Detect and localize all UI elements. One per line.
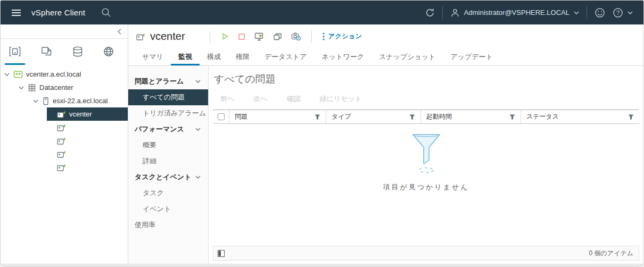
select-all-checkbox[interactable]: [218, 113, 225, 120]
tab-スナップショット[interactable]: スナップショット: [371, 48, 443, 65]
content-row: 問題とアラームすべての問題トリガ済みアラームパフォーマンス概要詳細タスクとイベン…: [128, 66, 643, 264]
networking-icon: [103, 46, 114, 57]
tree-item-label: vcenter: [69, 110, 92, 118]
column-manager-button[interactable]: [218, 250, 225, 257]
tree-item-esxi-22.a.ecl.local[interactable]: esxi-22.a.ecl.local: [32, 94, 128, 107]
monitor-nav-section-タスクとイベント[interactable]: タスクとイベント: [128, 169, 208, 185]
collapse-sidebar-button[interactable]: [118, 29, 121, 35]
monitor-nav-section-問題とアラーム[interactable]: 問題とアラーム: [128, 73, 208, 89]
toolbar-button-確認[interactable]: 確認: [287, 94, 301, 104]
shutdown-guest-button[interactable]: [238, 33, 245, 40]
tab-権限[interactable]: 権限: [228, 48, 257, 65]
vsphere-client-window: vSphere Client Administrator@VSPHERE.LOC…: [0, 0, 644, 267]
top-bar: vSphere Client Administrator@VSPHERE.LOC…: [1, 1, 643, 24]
tab-サマリ[interactable]: サマリ: [135, 48, 171, 65]
tab-アップデート[interactable]: アップデート: [443, 48, 500, 65]
grid-header-row: 問題タイプ起動時間ステータス: [213, 110, 639, 124]
tree-item[interactable]: [47, 147, 128, 161]
object-tab-networking[interactable]: [99, 45, 118, 65]
sidebar-collapse-row: [1, 24, 128, 39]
open-console-button[interactable]: [254, 32, 264, 41]
column-header-label: タイプ: [332, 112, 351, 121]
column-header-タイプ[interactable]: タイプ: [326, 110, 420, 123]
main-area: vcenter アクション サマリ監視構成権限データストアネットワークスナップシ…: [128, 24, 643, 264]
tree-item-Datacenter[interactable]: Datacenter: [18, 81, 128, 94]
main-menu-button[interactable]: [1, 9, 31, 16]
vm-icon: [56, 123, 66, 132]
column-header-問題[interactable]: 問題: [229, 110, 326, 123]
monitor-nav-item-トリガ済みアラーム[interactable]: トリガ済みアラーム: [128, 105, 208, 121]
search-button[interactable]: [101, 7, 111, 18]
monitor-nav: 問題とアラームすべての問題トリガ済みアラームパフォーマンス概要詳細タスクとイベン…: [128, 66, 209, 264]
kebab-icon: [323, 32, 325, 40]
monitor-nav-item-使用率[interactable]: 使用率: [128, 217, 208, 233]
app-body: vcenter.a.ecl.localDatacenteresxi-22.a.e…: [1, 24, 643, 264]
issues-grid: 問題タイプ起動時間ステータス 項目が見つかりません 0 個のアイテム: [213, 110, 639, 261]
tree-item[interactable]: [47, 161, 128, 174]
chevron-down-icon: [195, 128, 201, 131]
filter-icon[interactable]: [409, 114, 415, 120]
svg-text:?: ?: [616, 10, 620, 16]
nav-section-label: パフォーマンス: [135, 124, 184, 134]
object-tab-vms-and-templates[interactable]: [37, 45, 56, 65]
vcenter-icon: [13, 70, 23, 79]
toolbar-button-次へ[interactable]: 次へ: [253, 94, 267, 104]
tree-item-label: vcenter.a.ecl.local: [26, 70, 81, 78]
toolbar-button-緑にリセット[interactable]: 緑にリセット: [320, 94, 362, 104]
tree-item-label: Datacenter: [39, 84, 73, 91]
filter-icon[interactable]: [509, 114, 515, 120]
user-menu-label: Administrator@VSPHERE.LOCAL: [464, 9, 569, 16]
storage-icon: [72, 46, 84, 57]
chevron-down-icon: [574, 11, 579, 14]
feedback-smiley-button[interactable]: [595, 7, 605, 18]
launch-remote-console-button[interactable]: [273, 32, 282, 41]
toolbar-button-前へ[interactable]: 前へ: [220, 94, 234, 104]
grid-footer: 0 個のアイテム: [213, 246, 639, 261]
monitor-nav-item-イベント[interactable]: イベント: [128, 201, 208, 217]
power-on-button[interactable]: [221, 32, 229, 40]
user-menu[interactable]: Administrator@VSPHERE.LOCAL: [450, 8, 579, 18]
object-tab-storage[interactable]: [68, 45, 87, 65]
column-header-label: ステータス: [526, 112, 559, 121]
nav-section-label: 問題とアラーム: [135, 77, 184, 86]
monitor-nav-item-タスク[interactable]: タスク: [128, 185, 208, 201]
take-snapshot-button[interactable]: [291, 32, 301, 41]
tree-expander-icon[interactable]: [32, 99, 39, 103]
object-tab-hosts-and-clusters[interactable]: [5, 45, 25, 65]
divider: [210, 30, 210, 43]
vm-icon: [56, 137, 66, 145]
tree-expander-icon[interactable]: [18, 86, 24, 89]
filter-icon[interactable]: [628, 114, 634, 120]
issues-toolbar: 前へ次へ確認緑にリセット: [213, 86, 639, 110]
inventory-sidebar: vcenter.a.ecl.localDatacenteresxi-22.a.e…: [1, 24, 128, 264]
chevron-down-icon: [195, 176, 201, 179]
monitor-nav-section-パフォーマンス[interactable]: パフォーマンス: [128, 121, 208, 137]
chevron-down-icon: [628, 11, 633, 14]
tab-監視[interactable]: 監視: [171, 48, 200, 65]
open-console-icon: [254, 32, 264, 41]
tree-item[interactable]: [47, 121, 128, 134]
column-header-ステータス[interactable]: ステータス: [521, 110, 639, 123]
tab-ネットワーク[interactable]: ネットワーク: [314, 48, 371, 65]
object-header: vcenter アクション: [128, 24, 643, 48]
vm-icon: [56, 110, 66, 119]
tree-item[interactable]: [47, 134, 128, 147]
monitor-nav-item-概要[interactable]: 概要: [128, 137, 208, 153]
refresh-button[interactable]: [425, 8, 435, 18]
actions-menu-label: アクション: [328, 32, 362, 41]
inventory-object-tabs: [1, 39, 128, 63]
tree-item-vcenter.a.ecl.local[interactable]: vcenter.a.ecl.local: [4, 68, 128, 81]
hosts-and-clusters-icon: [9, 46, 21, 57]
tab-構成[interactable]: 構成: [200, 48, 228, 65]
filter-icon[interactable]: [315, 114, 320, 120]
tree-expander-icon[interactable]: [4, 73, 10, 76]
help-menu[interactable]: ?: [613, 7, 633, 18]
empty-message: 項目が見つかりません: [383, 182, 469, 192]
monitor-nav-item-すべての問題[interactable]: すべての問題: [128, 89, 208, 105]
column-header-起動時間[interactable]: 起動時間: [420, 110, 521, 123]
app-title: vSphere Client: [31, 8, 85, 17]
tab-データストア[interactable]: データストア: [257, 48, 315, 65]
tree-item-vcenter[interactable]: vcenter: [47, 107, 128, 121]
monitor-nav-item-詳細[interactable]: 詳細: [128, 153, 208, 169]
actions-menu-button[interactable]: アクション: [323, 32, 362, 41]
